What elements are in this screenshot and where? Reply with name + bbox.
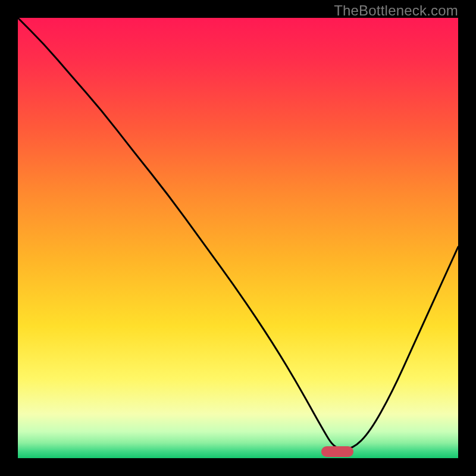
svg-rect-0 [18, 18, 458, 458]
background-gradient [18, 18, 458, 458]
plot-area [18, 18, 458, 458]
watermark-text: TheBottleneck.com [334, 2, 458, 19]
chart-frame: TheBottleneck.com [0, 0, 476, 476]
optimal-marker [321, 446, 353, 457]
